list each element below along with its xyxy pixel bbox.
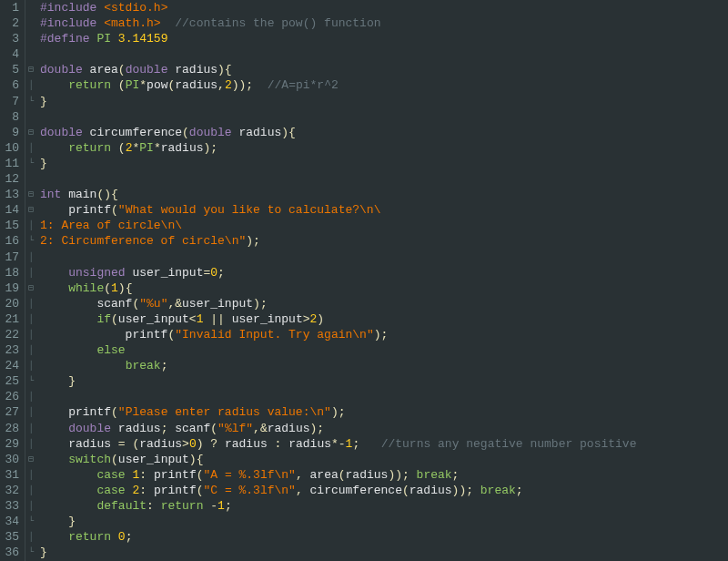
code-line[interactable]: radius = (radius>0) ? radius : radius*-1… bbox=[40, 436, 636, 452]
token-op: ( bbox=[118, 63, 126, 76]
code-line[interactable]: double area(double radius){ bbox=[40, 62, 636, 77]
token-op: ( bbox=[197, 484, 204, 497]
token-id: user_input bbox=[182, 297, 253, 311]
code-line[interactable] bbox=[40, 389, 636, 404]
code-line[interactable]: else bbox=[40, 342, 636, 358]
fold-guide-icon: └ bbox=[25, 94, 36, 109]
token-id: radius bbox=[167, 63, 217, 76]
fold-guide-icon bbox=[25, 15, 36, 31]
token-op: ( bbox=[118, 141, 126, 155]
token-id bbox=[40, 484, 96, 497]
fold-guide-icon: │ bbox=[25, 467, 36, 483]
token-op: * bbox=[154, 141, 161, 155]
code-line[interactable]: switch(user_input){ bbox=[40, 452, 636, 467]
code-line[interactable]: default: return -1; bbox=[40, 498, 636, 514]
code-line[interactable]: return 0; bbox=[40, 529, 636, 545]
fold-guide-icon: │ bbox=[25, 140, 36, 156]
code-line[interactable]: 2: Circumference of circle\n"); bbox=[40, 233, 636, 249]
fold-guide-icon: │ bbox=[25, 342, 36, 358]
code-line[interactable]: double circumference(double radius){ bbox=[40, 125, 636, 140]
token-kw: case bbox=[96, 484, 125, 497]
token-str: 2: Circumference of circle\n" bbox=[40, 234, 246, 248]
code-area[interactable]: #include <stdio.h>#include <math.h> //co… bbox=[36, 0, 636, 561]
token-id bbox=[253, 78, 268, 92]
code-line[interactable] bbox=[40, 109, 636, 125]
code-line[interactable]: } bbox=[40, 514, 636, 529]
token-num: 0 bbox=[210, 266, 217, 280]
token-op: : bbox=[139, 484, 147, 497]
token-pp: #include bbox=[40, 16, 104, 30]
token-cmt: //contains the pow() function bbox=[175, 16, 380, 30]
line-number: 27 bbox=[4, 404, 19, 420]
code-line[interactable]: } bbox=[40, 94, 636, 109]
token-id: user_input bbox=[225, 312, 303, 326]
line-number: 23 bbox=[4, 342, 19, 358]
code-line[interactable]: } bbox=[40, 545, 636, 560]
code-line[interactable]: unsigned user_input=0; bbox=[40, 265, 636, 280]
code-line[interactable]: if(user_input<1 || user_input>2) bbox=[40, 311, 636, 327]
token-id: printf bbox=[40, 328, 167, 342]
token-id bbox=[40, 515, 68, 528]
fold-toggle-icon[interactable]: ⊟ bbox=[25, 125, 36, 140]
token-const: PI bbox=[139, 141, 154, 155]
line-number: 25 bbox=[4, 373, 19, 389]
token-op: ; bbox=[516, 484, 523, 497]
line-number: 30 bbox=[4, 452, 19, 467]
token-type: unsigned bbox=[68, 266, 125, 280]
token-kw: break bbox=[126, 359, 161, 372]
token-kw: default bbox=[96, 499, 147, 513]
line-number: 24 bbox=[4, 358, 19, 373]
code-line[interactable]: case 1: printf("A = %.3lf\n", area(radiu… bbox=[40, 467, 636, 483]
code-line[interactable]: break; bbox=[40, 358, 636, 373]
code-line[interactable]: printf("Invalid Input. Try again\n"); bbox=[40, 327, 636, 342]
fold-gutter[interactable]: ⊟│└⊟│└⊟⊟│└││⊟│││││└││││⊟│││└│└ bbox=[25, 0, 36, 561]
token-str: "What would you like to calculate?\n\ bbox=[118, 203, 381, 217]
token-op: )); bbox=[388, 468, 409, 482]
code-line[interactable]: } bbox=[40, 156, 636, 171]
fold-guide-icon: │ bbox=[25, 529, 36, 545]
code-line[interactable]: return (2*PI*radius); bbox=[40, 140, 636, 156]
fold-toggle-icon[interactable]: ⊟ bbox=[25, 187, 36, 202]
token-op: ); bbox=[331, 405, 346, 419]
code-line[interactable]: double radius; scanf("%lf",&radius); bbox=[40, 421, 636, 436]
token-pp: #define bbox=[40, 32, 96, 46]
token-id bbox=[40, 499, 96, 513]
code-line[interactable]: printf("What would you like to calculate… bbox=[40, 202, 636, 218]
code-line[interactable] bbox=[40, 250, 636, 265]
code-line[interactable] bbox=[40, 171, 636, 187]
token-id bbox=[40, 266, 68, 280]
line-number: 16 bbox=[4, 233, 19, 249]
token-const: PI bbox=[96, 32, 117, 46]
token-num: 3.14159 bbox=[118, 32, 168, 46]
code-line[interactable]: case 2: printf("C = %.3lf\n", circumfere… bbox=[40, 483, 636, 498]
code-line[interactable]: #define PI 3.14159 bbox=[40, 31, 636, 46]
token-op: ); bbox=[253, 297, 268, 311]
token-op: )); bbox=[232, 78, 253, 92]
code-line[interactable]: return (PI*pow(radius,2)); //A=pi*r^2 bbox=[40, 77, 636, 93]
token-num: 2 bbox=[225, 78, 232, 92]
code-line[interactable]: #include <stdio.h> bbox=[40, 0, 636, 15]
code-line[interactable]: int main(){ bbox=[40, 187, 636, 202]
fold-guide-icon: └ bbox=[25, 545, 36, 560]
code-line[interactable]: scanf("%u",&user_input); bbox=[40, 296, 636, 311]
code-line[interactable]: #include <math.h> //contains the pow() f… bbox=[40, 15, 636, 31]
code-line[interactable]: 1: Area of circle\n\ bbox=[40, 218, 636, 233]
token-op: ; bbox=[126, 530, 133, 544]
token-op: : bbox=[139, 468, 147, 482]
code-line[interactable]: while(1){ bbox=[40, 280, 636, 296]
token-id: radius bbox=[161, 141, 204, 155]
token-str: 1: Area of circle\n\ bbox=[40, 219, 182, 232]
fold-toggle-icon[interactable]: ⊟ bbox=[25, 280, 36, 296]
token-op: } bbox=[68, 374, 76, 388]
code-line[interactable]: printf("Please enter radius value:\n"); bbox=[40, 404, 636, 420]
fold-toggle-icon[interactable]: ⊟ bbox=[25, 62, 36, 77]
fold-guide-icon: └ bbox=[25, 514, 36, 529]
line-number: 1 bbox=[4, 0, 19, 15]
fold-toggle-icon[interactable]: ⊟ bbox=[25, 202, 36, 218]
code-line[interactable]: } bbox=[40, 373, 636, 389]
fold-toggle-icon[interactable]: ⊟ bbox=[25, 452, 36, 467]
code-line[interactable] bbox=[40, 46, 636, 62]
code-editor[interactable]: 1234567891011121314151617181920212223242… bbox=[0, 0, 728, 561]
token-op: > bbox=[303, 312, 310, 326]
line-number: 6 bbox=[4, 77, 19, 93]
